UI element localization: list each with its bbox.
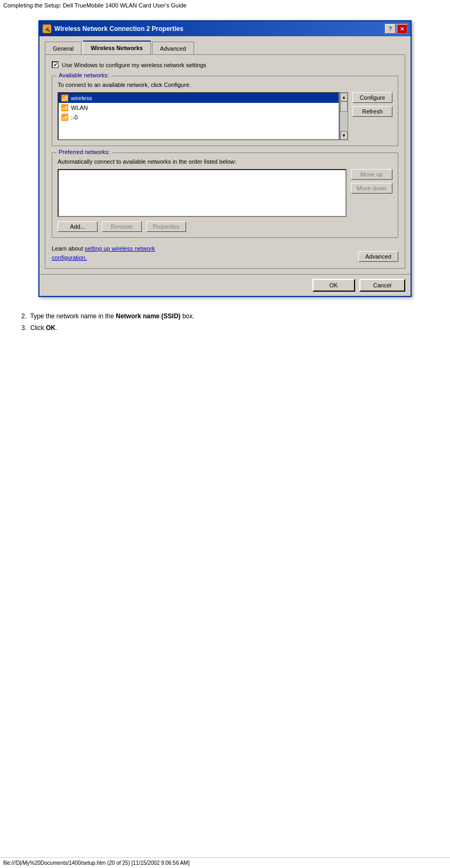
checkbox-row: ✔ Use Windows to configure my wireless n… — [52, 61, 398, 68]
preferred-networks-legend: Preferred networks: — [57, 149, 112, 155]
instruction-step-3: 3. Click OK. — [21, 323, 439, 334]
preferred-row: Move up Move down — [58, 169, 392, 217]
close-button[interactable]: ✕ — [397, 24, 407, 34]
remove-button[interactable]: Remove — [102, 221, 142, 232]
move-down-button[interactable]: Move down — [351, 183, 392, 194]
advanced-button[interactable]: Advanced — [358, 251, 398, 262]
dialog: 🔌 Wireless Network Connection 2 Properti… — [38, 20, 412, 297]
network-item-wireless[interactable]: 📶 wireless — [59, 93, 339, 103]
move-up-button[interactable]: Move up — [351, 169, 392, 180]
learn-prefix: Learn about — [52, 245, 85, 252]
footer-text: file:///D|/My%20Documents/1400/setup.htm… — [3, 860, 189, 866]
network-list[interactable]: 📶 wireless 📶 WLAN — [58, 92, 340, 140]
footer-bar: file:///D|/My%20Documents/1400/setup.htm… — [0, 857, 450, 868]
preferred-list[interactable] — [58, 169, 347, 217]
scroll-track — [340, 101, 348, 131]
network-name-2: WLAN — [71, 105, 88, 111]
network-list-container: 📶 wireless 📶 WLAN — [58, 92, 348, 140]
available-networks-inner: To connect to an available network, clic… — [58, 82, 392, 140]
network-item-wlan[interactable]: 📶 WLAN — [59, 103, 339, 112]
step-3-bold: OK — [46, 324, 55, 332]
step-2-number: 2. Type the network name in the — [21, 312, 116, 320]
network-icon-1: 📶 — [61, 94, 69, 102]
available-networks-legend: Available networks: — [57, 72, 111, 78]
step-2-bold: Network name (SSID) — [116, 312, 180, 320]
add-remove-row: Add... Remove Properties — [58, 221, 392, 232]
configure-button[interactable]: Configure — [352, 92, 392, 103]
available-list-scrollbar[interactable]: ▲ ▼ — [340, 92, 348, 140]
use-windows-checkbox[interactable]: ✔ — [52, 61, 59, 68]
available-network-buttons: Configure Refresh — [352, 92, 392, 117]
instructions: 2. Type the network name in the Network … — [21, 311, 439, 334]
step-2-text2: box. — [181, 312, 195, 320]
scroll-down-btn[interactable]: ▼ — [340, 131, 348, 140]
instruction-step-2: 2. Type the network name in the Network … — [21, 311, 439, 323]
titlebar-buttons: ? ✕ — [385, 24, 407, 34]
scroll-up-btn[interactable]: ▲ — [340, 93, 348, 101]
dialog-title: Wireless Network Connection 2 Properties — [54, 25, 183, 33]
network-name-3: :-0 — [71, 114, 78, 120]
cancel-button[interactable]: Cancel — [359, 279, 405, 292]
titlebar-left: 🔌 Wireless Network Connection 2 Properti… — [43, 25, 183, 33]
preferred-buttons: Move up Move down — [351, 169, 392, 194]
dialog-footer: OK Cancel — [39, 274, 411, 296]
available-networks-group: Available networks: To connect to an ava… — [52, 76, 398, 146]
checkbox-label: Use Windows to configure my wireless net… — [62, 62, 206, 68]
properties-button[interactable]: Properties — [146, 221, 186, 232]
available-networks-desc: To connect to an available network, clic… — [58, 82, 392, 88]
network-item-smile[interactable]: 📶 :-0 — [59, 112, 339, 122]
network-name-1: wireless — [71, 95, 92, 101]
preferred-networks-desc: Automatically connect to available netwo… — [58, 158, 392, 165]
network-list-row: 📶 wireless 📶 WLAN — [58, 92, 392, 140]
step-3-text2: . — [55, 324, 57, 332]
network-icon-2: 📶 — [61, 104, 69, 111]
dialog-body: General Wireless Networks Advanced — [39, 36, 411, 274]
learn-row: Learn about setting up wireless networkc… — [52, 244, 398, 262]
dialog-titlebar: 🔌 Wireless Network Connection 2 Properti… — [39, 21, 411, 36]
refresh-button[interactable]: Refresh — [352, 106, 392, 117]
ok-button[interactable]: OK — [312, 279, 355, 292]
preferred-networks-group: Preferred networks: Automatically connec… — [52, 152, 398, 238]
network-icon-3: 📶 — [61, 114, 69, 121]
tab-wireless-networks[interactable]: Wireless Networks — [83, 41, 151, 54]
dialog-icon: 🔌 — [43, 25, 51, 33]
dialog-wrapper: 🔌 Wireless Network Connection 2 Properti… — [11, 15, 439, 307]
learn-text: Learn about setting up wireless networkc… — [52, 244, 155, 262]
preferred-networks-inner: Automatically connect to available netwo… — [58, 158, 392, 232]
tabs-row: General Wireless Networks Advanced — [45, 41, 405, 54]
tab-advanced[interactable]: Advanced — [152, 42, 194, 54]
scroll-thumb[interactable] — [340, 101, 348, 112]
tab-content: ✔ Use Windows to configure my wireless n… — [45, 54, 405, 269]
page-title: Completing the Setup: Dell TrueMobile 14… — [0, 0, 450, 10]
help-button[interactable]: ? — [385, 24, 396, 34]
step-3-number: 3. Click — [21, 324, 46, 332]
add-button[interactable]: Add... — [58, 221, 98, 232]
tab-general[interactable]: General — [45, 42, 82, 54]
